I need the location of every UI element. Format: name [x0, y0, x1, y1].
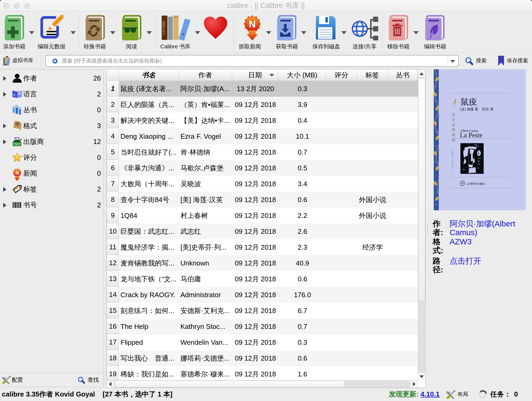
svg-text:La Peste: La Peste	[460, 132, 482, 139]
svg-text:S: S	[452, 167, 453, 170]
svg-text:[法] 加缪 著 刘方 译: [法] 加缪 著 刘方 译	[460, 107, 493, 111]
svg-text:え: え	[13, 92, 16, 96]
svg-text:著: 著	[452, 128, 455, 132]
svg-text:N: N	[249, 19, 256, 30]
svg-text:上海译文出版社: 上海译文出版社	[466, 182, 485, 185]
svg-text:鼠疫: 鼠疫	[461, 97, 477, 106]
svg-text:名: 名	[452, 123, 455, 127]
svg-text:文: 文	[452, 118, 455, 122]
svg-text:N: N	[452, 155, 453, 157]
svg-text:选: 选	[452, 138, 456, 142]
svg-text:精: 精	[452, 133, 455, 137]
svg-text:N: N	[16, 170, 19, 176]
svg-text:CALIBRE: CALIBRE	[162, 20, 165, 35]
svg-text:译: 译	[452, 113, 455, 117]
svg-text:A: A	[18, 91, 21, 96]
